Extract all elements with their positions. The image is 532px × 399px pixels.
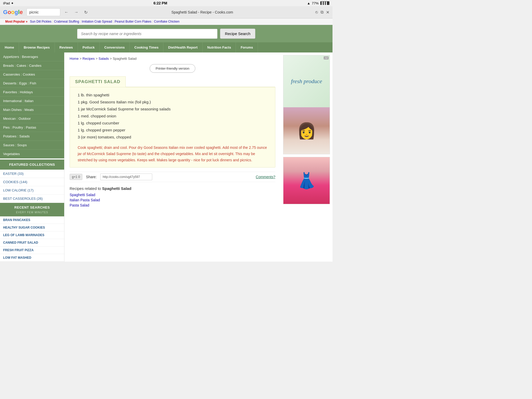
browser-actions: ⎋ ⧉ ✕ xyxy=(315,10,329,15)
collection-easter[interactable]: EASTER (33) xyxy=(0,170,64,178)
sidebar-cat-mexican[interactable]: Mexican : Outdoor xyxy=(0,114,64,123)
recent-search-fruit-salad[interactable]: CANNED FRUIT SALAD xyxy=(0,239,64,247)
related-link-1[interactable]: Italian Pasta Salad xyxy=(70,198,275,202)
nav-diet-health[interactable]: Diet/Health Report xyxy=(163,42,202,52)
related-section: Recipes related to Spaghetti Salad Spagh… xyxy=(70,186,275,207)
nav-potluck[interactable]: Potluck xyxy=(78,42,100,52)
recipe-instructions: Cook spaghetti; drain and cool. Pour dry… xyxy=(70,145,275,167)
search-input[interactable] xyxy=(77,29,217,39)
breadcrumb-salads[interactable]: Salads xyxy=(98,57,109,61)
printer-friendly-button[interactable]: Printer-friendly version xyxy=(150,64,195,73)
close-button[interactable]: ✕ xyxy=(326,10,329,15)
collection-best-casseroles[interactable]: BEST CASSEROLES (26) xyxy=(0,195,64,203)
ingredient-2: 1 jar McCormick Salad Supreme for season… xyxy=(78,105,267,112)
sidebar-cat-desserts[interactable]: Desserts : Eggs : Fish xyxy=(0,79,64,88)
breadcrumb-recipes[interactable]: Recipes xyxy=(83,57,95,61)
sidebar-cat-sauces[interactable]: Sauces : Soups xyxy=(0,141,64,150)
ingredient-4: 1 lg. chopped cucumber xyxy=(78,119,267,127)
nav-nutrition[interactable]: Nutrition Facts xyxy=(203,42,236,52)
most-popular-link-5[interactable]: Cornflake Chicken xyxy=(154,20,179,23)
sidebar: Appetizers : Beverages Breads : Cakes : … xyxy=(0,52,64,262)
ingredient-6: 3 (or more) tomatoes, chopped xyxy=(78,134,267,141)
most-popular-link-1[interactable]: Sun Dill Pickles xyxy=(30,20,51,23)
ingredient-5: 1 lg. chopped green pepper xyxy=(78,127,267,134)
ingredient-3: 1 med. chopped onion xyxy=(78,112,267,119)
recent-search-sugar-cookies[interactable]: HEALTHY SUGAR COOKIES xyxy=(0,224,64,231)
sidebar-cat-international[interactable]: International : Italian xyxy=(0,97,64,105)
recent-search-lamb[interactable]: LEG OF LAMB MARINADES xyxy=(0,231,64,239)
sidebar-cat-main-dishes[interactable]: Main Dishes : Meats xyxy=(0,105,64,114)
ad-box-top[interactable]: Ad fresh produce 👩 xyxy=(283,55,330,154)
recent-search-bran-pancakes[interactable]: BRAN PANCAKES xyxy=(0,216,64,224)
sidebar-cat-favorites[interactable]: Favorites : Holidays xyxy=(0,88,64,97)
most-popular-link-4[interactable]: Peanut Butter Corn Flakes xyxy=(115,20,151,23)
related-title: Recipes related to Spaghetti Salad xyxy=(70,186,275,191)
google-logo: Google xyxy=(3,9,23,16)
status-bar-time: 6:22 PM xyxy=(154,1,167,5)
ad-woman-image-1: 👩 xyxy=(283,107,330,154)
sidebar-cat-vegetables[interactable]: Vegetables xyxy=(0,150,64,158)
breadcrumb: Home > Recipes > Salads > Spaghetti Sala… xyxy=(70,57,275,61)
related-link-0[interactable]: Spaghetti Salad xyxy=(70,193,275,197)
breadcrumb-current: Spaghetti Salad xyxy=(113,57,137,61)
g-plus-label: g+1 xyxy=(72,175,77,179)
ingredient-0: 1 lb. thin spaghetti xyxy=(78,91,267,98)
back-button[interactable]: ← xyxy=(63,9,70,16)
sidebar-cat-appetizers[interactable]: Appetizers : Beverages xyxy=(0,52,64,61)
battery-icon: ▌▌▌ xyxy=(320,1,329,5)
collection-cookies[interactable]: COOKIES (144) xyxy=(0,178,64,186)
collection-low-calorie[interactable]: LOW CALORIE (17) xyxy=(0,186,64,195)
ad-script-text: fresh produce xyxy=(291,78,322,85)
sidebar-cat-casseroles[interactable]: Casseroles : Cookies xyxy=(0,70,64,79)
ad-badge: Ad xyxy=(324,56,329,59)
related-link-2[interactable]: Pasta Salad xyxy=(70,203,275,207)
ad-woman-image-2: 👗 xyxy=(283,157,330,204)
share-section: g+1 0 Share: Comments? xyxy=(70,172,275,182)
nav-bar: Home Browse Recipes Reviews Potluck Conv… xyxy=(0,42,332,52)
content-area: Home > Recipes > Salads > Spaghetti Sala… xyxy=(64,52,281,262)
url-bar[interactable] xyxy=(26,8,60,16)
forward-button[interactable]: → xyxy=(73,9,80,16)
breadcrumb-home[interactable]: Home xyxy=(70,57,79,61)
recipe-card-wrapper: SPAGHETTI SALAD 1 lb. thin spaghetti 1 p… xyxy=(70,76,275,168)
most-popular-link-2[interactable]: Crabmeat Stuffing xyxy=(54,20,79,23)
nav-forums[interactable]: Forums xyxy=(236,42,258,52)
recent-search-fruit-pizza[interactable]: FRESH FRUIT PIZZA xyxy=(0,247,64,254)
share-url-input[interactable] xyxy=(100,174,152,180)
nav-reviews[interactable]: Reviews xyxy=(55,42,78,52)
recent-search-low-fat[interactable]: LOW FAT MASHED xyxy=(0,254,64,262)
bluetooth-icon: ▲ xyxy=(307,1,310,5)
recipe-card: 1 lb. thin spaghetti 1 pkg. Good Seasons… xyxy=(70,87,275,168)
ad-sidebar: Ad fresh produce 👩 👗 xyxy=(281,52,332,262)
nav-cooking-times[interactable]: Cooking Times xyxy=(130,42,163,52)
comments-link[interactable]: Comments? xyxy=(256,175,275,179)
recipe-ingredients: 1 lb. thin spaghetti 1 pkg. Good Seasons… xyxy=(70,87,275,145)
nav-home[interactable]: Home xyxy=(0,42,19,52)
recipe-title: SPAGHETTI SALAD xyxy=(70,76,126,87)
printer-btn-container: Printer-friendly version xyxy=(70,64,275,73)
nav-conversions[interactable]: Conversions xyxy=(100,42,130,52)
featured-collections-header: FEATURED COLLECTIONS xyxy=(0,159,64,170)
search-section: Recipe Search xyxy=(0,25,332,42)
sidebar-cat-breads[interactable]: Breads : Cakes : Candies xyxy=(0,61,64,70)
ad-box-bottom[interactable]: 👗 xyxy=(283,157,330,204)
share-label: Share: xyxy=(86,175,97,179)
battery-label: 77% xyxy=(312,1,319,5)
refresh-button[interactable]: ↻ xyxy=(83,9,89,16)
most-popular-label: Most Popular » xyxy=(5,20,28,23)
sidebar-categories: Appetizers : Beverages Breads : Cakes : … xyxy=(0,52,64,158)
sidebar-cat-potatoes[interactable]: Potatoes : Salads xyxy=(0,132,64,141)
ipad-label: iPad ✦ xyxy=(3,1,14,5)
status-bar-right: ▲ 77% ▌▌▌ xyxy=(307,1,329,5)
tabs-button[interactable]: ⧉ xyxy=(321,10,323,15)
share-button[interactable]: ⎋ xyxy=(315,10,318,15)
most-popular-link-3[interactable]: Imitation Crab Spread xyxy=(82,20,112,23)
g-plus-button[interactable]: g+1 0 xyxy=(70,174,82,180)
recipe-search-button[interactable]: Recipe Search xyxy=(220,29,255,39)
nav-browse-recipes[interactable]: Browse Recipes xyxy=(19,42,55,52)
related-links: Spaghetti Salad Italian Pasta Salad Past… xyxy=(70,193,275,207)
main-layout: Appetizers : Beverages Breads : Cakes : … xyxy=(0,52,332,262)
ad-top-image: fresh produce xyxy=(283,55,330,107)
sidebar-cat-pies[interactable]: Pies : Poultry : Pastas xyxy=(0,123,64,132)
ingredient-1: 1 pkg. Good Seasons Italian mix (foil pk… xyxy=(78,98,267,105)
